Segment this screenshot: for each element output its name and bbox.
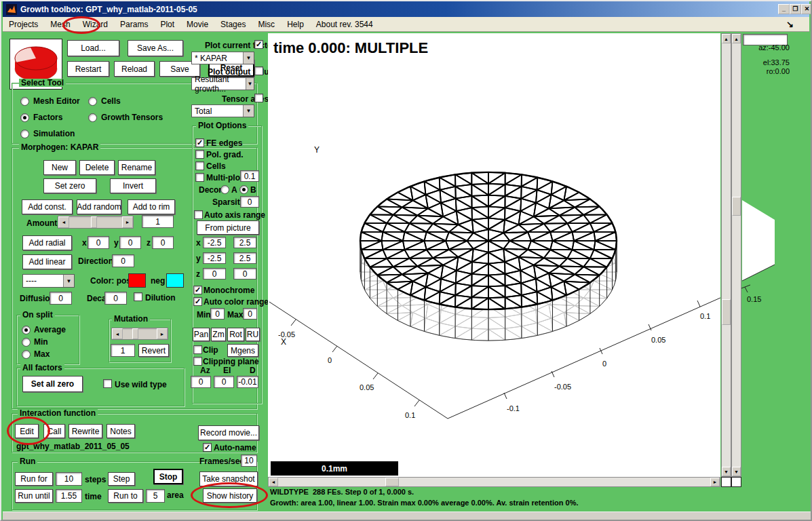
stop-button[interactable]: Stop bbox=[153, 469, 183, 484]
record-movie-button[interactable]: Record movie... bbox=[198, 425, 259, 440]
run-for-button[interactable]: Run for bbox=[15, 472, 53, 486]
amount-field[interactable]: 1 bbox=[142, 215, 174, 228]
run-until-button[interactable]: Run until bbox=[15, 489, 53, 503]
auto-axis-range-checkbox[interactable] bbox=[194, 210, 203, 219]
decay-field[interactable]: 0 bbox=[104, 292, 127, 305]
set-all-zero-button[interactable]: Set all zero bbox=[22, 376, 83, 392]
plot-current-factor-checkbox[interactable]: ✓ bbox=[254, 40, 263, 49]
auto-color-range-checkbox[interactable]: ✓ bbox=[193, 297, 202, 306]
radio-factors-label[interactable]: Factors bbox=[33, 113, 62, 122]
menu-help[interactable]: Help bbox=[281, 18, 310, 31]
horizontal-scrollbar[interactable]: ◄ ► bbox=[268, 477, 720, 487]
radio-growth-tensors-label[interactable]: Growth Tensors bbox=[101, 113, 163, 122]
fe-edges-checkbox[interactable]: ✓ bbox=[195, 138, 204, 147]
menu-misc[interactable]: Misc bbox=[252, 18, 281, 31]
scroll-up-icon[interactable]: ▲ bbox=[722, 34, 731, 43]
radio-simulation[interactable] bbox=[20, 130, 29, 138]
chevron-down-icon[interactable]: ▼ bbox=[63, 275, 74, 287]
axis-y-min-field[interactable]: -2.5 bbox=[203, 252, 226, 264]
menu-projects[interactable]: Projects bbox=[3, 18, 44, 31]
plot-output-value-checkbox[interactable] bbox=[254, 66, 263, 75]
slider-left-icon[interactable]: ◄ bbox=[112, 328, 123, 339]
mutation-slider-thumb[interactable] bbox=[132, 328, 138, 339]
auto-name-checkbox[interactable]: ✓ bbox=[203, 443, 212, 452]
rotate-button[interactable]: Rot bbox=[227, 328, 244, 341]
scroll-right-icon[interactable]: ► bbox=[710, 478, 720, 486]
slider-left-icon[interactable]: ◄ bbox=[58, 216, 69, 228]
radio-growth-tensors[interactable] bbox=[88, 113, 97, 122]
pol-grad-checkbox[interactable] bbox=[195, 150, 204, 159]
from-picture-button[interactable]: From picture bbox=[197, 220, 259, 235]
scroll-down-icon[interactable]: ▼ bbox=[722, 467, 731, 476]
new-button[interactable]: New bbox=[43, 160, 76, 175]
chevron-down-icon[interactable]: ▼ bbox=[243, 105, 254, 117]
menu-stages[interactable]: Stages bbox=[214, 18, 252, 31]
close-button[interactable]: ✕ bbox=[801, 4, 812, 14]
sparsity-field[interactable]: 0 bbox=[240, 196, 259, 208]
slider-right-icon[interactable]: ► bbox=[122, 216, 133, 228]
add-random-button[interactable]: Add random bbox=[77, 199, 121, 214]
multi-plot-checkbox[interactable] bbox=[195, 173, 204, 182]
axis-z-max-field[interactable]: 0 bbox=[233, 268, 256, 279]
axis-x-max-field[interactable]: 2.5 bbox=[233, 237, 256, 248]
diffusion-field[interactable]: 0 bbox=[50, 292, 72, 305]
cells-checkbox[interactable] bbox=[195, 161, 204, 170]
radio-simulation-label[interactable]: Simulation bbox=[33, 130, 75, 138]
minimize-button[interactable]: _ bbox=[778, 4, 790, 14]
output-value-dropdown[interactable]: Resultant growth... ▼ bbox=[191, 77, 254, 90]
invert-button[interactable]: Invert bbox=[110, 178, 156, 193]
tensor-dropdown[interactable]: Total ▼ bbox=[191, 104, 254, 117]
dock-icon[interactable]: ↘ bbox=[786, 20, 794, 28]
monochrome-checkbox[interactable]: ✓ bbox=[193, 286, 202, 294]
menu-movie[interactable]: Movie bbox=[180, 18, 214, 31]
radio-max-label[interactable]: Max bbox=[34, 350, 50, 359]
restart-button[interactable]: Restart bbox=[67, 61, 109, 77]
radio-factors[interactable] bbox=[20, 113, 29, 122]
chevron-down-icon[interactable]: ▼ bbox=[246, 78, 254, 90]
rewrite-button[interactable]: Rewrite bbox=[69, 424, 102, 438]
axis-z-min-field[interactable]: 0 bbox=[203, 268, 226, 279]
frames-per-sec-field[interactable]: 10 bbox=[241, 455, 257, 467]
factor-dropdown[interactable]: * KAPAR ▼ bbox=[191, 52, 254, 64]
radio-min-label[interactable]: Min bbox=[34, 338, 48, 347]
mutation-field[interactable]: 1 bbox=[111, 344, 135, 357]
morphogen-combo[interactable]: ---- ▼ bbox=[22, 274, 75, 288]
radio-cells[interactable] bbox=[88, 97, 97, 106]
step-button[interactable]: Step bbox=[108, 472, 135, 486]
dilution-checkbox[interactable] bbox=[134, 292, 142, 301]
z-field[interactable]: 0 bbox=[152, 236, 174, 249]
reload-button[interactable]: Reload bbox=[114, 61, 155, 77]
menu-params[interactable]: Params bbox=[114, 18, 154, 31]
d-field[interactable]: -0.01 bbox=[237, 376, 258, 388]
delete-button[interactable]: Delete bbox=[79, 160, 115, 175]
min-field[interactable]: 0 bbox=[210, 308, 225, 320]
y-field[interactable]: 0 bbox=[119, 236, 141, 249]
add-to-rim-button[interactable]: Add to rim bbox=[128, 199, 175, 214]
amount-slider[interactable]: ◄ ► bbox=[58, 216, 134, 229]
amount-slider-thumb[interactable] bbox=[91, 216, 97, 228]
vertical-scroll-thumb-2[interactable] bbox=[732, 197, 741, 216]
slider-right-icon[interactable]: ► bbox=[157, 328, 168, 339]
zoom-button[interactable]: Zm bbox=[211, 328, 226, 341]
clip-checkbox[interactable] bbox=[193, 345, 202, 354]
el-field[interactable]: 0 bbox=[214, 376, 234, 388]
max-field[interactable]: 0 bbox=[243, 308, 257, 320]
direction-field[interactable]: 0 bbox=[112, 254, 134, 267]
add-linear-button[interactable]: Add linear bbox=[22, 254, 72, 269]
tensor-axes-checkbox[interactable] bbox=[254, 94, 263, 102]
menu-about[interactable]: About rev. 3544 bbox=[310, 18, 379, 31]
run-area-field[interactable]: 5 bbox=[146, 489, 165, 503]
radio-mesh-editor-label[interactable]: Mesh Editor bbox=[33, 97, 80, 106]
save-as-button[interactable]: Save As... bbox=[128, 40, 183, 56]
mesh-plot[interactable]: -0.0500.050.1-0.1-0.0500.050.1 bbox=[268, 33, 720, 477]
scroll-down-icon[interactable]: ▼ bbox=[732, 467, 741, 476]
axis-y-max-field[interactable]: 2.5 bbox=[233, 252, 256, 264]
plot-canvas[interactable]: -0.0500.050.1-0.1-0.0500.050.1 bbox=[268, 33, 720, 477]
vertical-scrollbar-1[interactable]: ▲ ▼ bbox=[721, 33, 731, 477]
rename-button[interactable]: Rename bbox=[118, 160, 155, 175]
decor-a-radio[interactable] bbox=[220, 185, 229, 194]
vertical-scroll-thumb-1[interactable] bbox=[722, 299, 731, 325]
scroll-up-icon[interactable]: ▲ bbox=[732, 34, 741, 43]
decor-b-radio[interactable] bbox=[239, 185, 248, 194]
radio-average-label[interactable]: Average bbox=[34, 326, 66, 334]
